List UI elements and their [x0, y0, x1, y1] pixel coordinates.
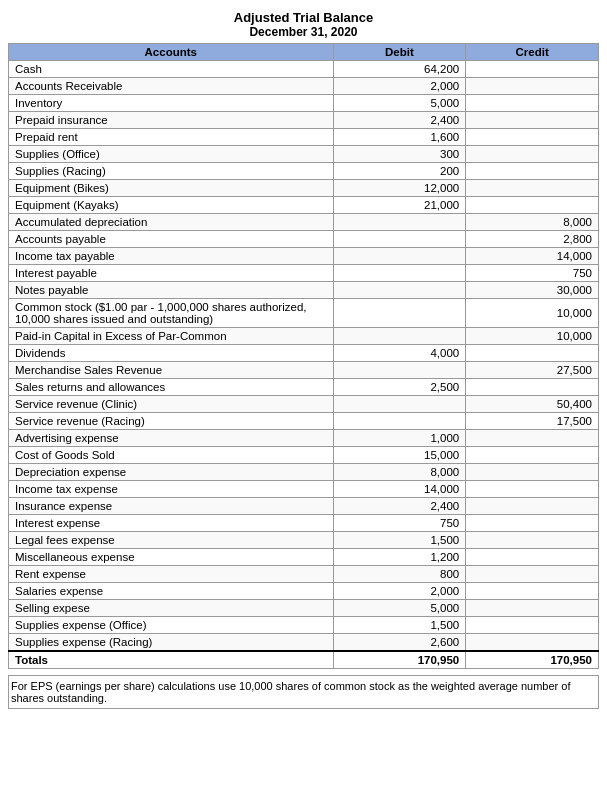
- account-name-cell: Supplies expense (Racing): [9, 634, 334, 652]
- debit-cell: [333, 214, 466, 231]
- account-name-cell: Common stock ($1.00 par - 1,000,000 shar…: [9, 299, 334, 328]
- table-row: Cash64,200: [9, 61, 599, 78]
- table-row: Interest expense750: [9, 515, 599, 532]
- debit-cell: 2,600: [333, 634, 466, 652]
- credit-cell: [466, 61, 599, 78]
- debit-header: Debit: [333, 44, 466, 61]
- debit-cell: 2,400: [333, 112, 466, 129]
- account-name-cell: Depreciation expense: [9, 464, 334, 481]
- debit-cell: 8,000: [333, 464, 466, 481]
- table-row: Supplies expense (Office)1,500: [9, 617, 599, 634]
- totals-debit: 170,950: [333, 651, 466, 669]
- credit-cell: 27,500: [466, 362, 599, 379]
- credit-cell: 50,400: [466, 396, 599, 413]
- account-name-cell: Accounts payable: [9, 231, 334, 248]
- account-name-cell: Prepaid insurance: [9, 112, 334, 129]
- credit-cell: [466, 146, 599, 163]
- debit-cell: [333, 328, 466, 345]
- credit-cell: [466, 634, 599, 652]
- account-name-cell: Prepaid rent: [9, 129, 334, 146]
- table-row: Accumulated depreciation8,000: [9, 214, 599, 231]
- account-name-cell: Miscellaneous expense: [9, 549, 334, 566]
- account-name-cell: Accumulated depreciation: [9, 214, 334, 231]
- debit-cell: 1,500: [333, 532, 466, 549]
- credit-cell: [466, 498, 599, 515]
- account-name-cell: Dividends: [9, 345, 334, 362]
- debit-cell: 12,000: [333, 180, 466, 197]
- table-row: Income tax payable14,000: [9, 248, 599, 265]
- title-section: Adjusted Trial Balance December 31, 2020: [8, 10, 599, 39]
- table-row: Dividends4,000: [9, 345, 599, 362]
- account-name-cell: Paid-in Capital in Excess of Par-Common: [9, 328, 334, 345]
- account-name-cell: Interest payable: [9, 265, 334, 282]
- table-row: Prepaid insurance2,400: [9, 112, 599, 129]
- debit-cell: [333, 248, 466, 265]
- credit-cell: [466, 515, 599, 532]
- credit-cell: 17,500: [466, 413, 599, 430]
- report-title: Adjusted Trial Balance: [8, 10, 599, 25]
- table-row: Inventory5,000: [9, 95, 599, 112]
- table-row: Sales returns and allowances2,500: [9, 379, 599, 396]
- table-row: Equipment (Kayaks)21,000: [9, 197, 599, 214]
- account-name-cell: Selling expese: [9, 600, 334, 617]
- debit-cell: [333, 362, 466, 379]
- credit-cell: 2,800: [466, 231, 599, 248]
- debit-cell: 5,000: [333, 95, 466, 112]
- credit-cell: [466, 112, 599, 129]
- debit-cell: [333, 231, 466, 248]
- account-name-cell: Interest expense: [9, 515, 334, 532]
- credit-cell: [466, 583, 599, 600]
- debit-cell: 2,400: [333, 498, 466, 515]
- account-name-cell: Inventory: [9, 95, 334, 112]
- debit-cell: 2,500: [333, 379, 466, 396]
- account-name-cell: Income tax payable: [9, 248, 334, 265]
- credit-cell: [466, 617, 599, 634]
- account-name-cell: Supplies expense (Office): [9, 617, 334, 634]
- credit-cell: 14,000: [466, 248, 599, 265]
- account-name-cell: Equipment (Bikes): [9, 180, 334, 197]
- table-row: Legal fees expense1,500: [9, 532, 599, 549]
- main-container: Adjusted Trial Balance December 31, 2020…: [0, 0, 607, 719]
- table-row: Paid-in Capital in Excess of Par-Common1…: [9, 328, 599, 345]
- table-row: Supplies (Office)300: [9, 146, 599, 163]
- table-row: Notes payable30,000: [9, 282, 599, 299]
- account-name-cell: Service revenue (Clinic): [9, 396, 334, 413]
- debit-cell: 64,200: [333, 61, 466, 78]
- account-name-cell: Equipment (Kayaks): [9, 197, 334, 214]
- table-row: Merchandise Sales Revenue27,500: [9, 362, 599, 379]
- debit-cell: 300: [333, 146, 466, 163]
- credit-cell: 10,000: [466, 299, 599, 328]
- credit-cell: [466, 129, 599, 146]
- table-row: Service revenue (Racing)17,500: [9, 413, 599, 430]
- debit-cell: 21,000: [333, 197, 466, 214]
- table-row: Miscellaneous expense1,200: [9, 549, 599, 566]
- account-name-cell: Notes payable: [9, 282, 334, 299]
- credit-cell: 10,000: [466, 328, 599, 345]
- debit-cell: 1,200: [333, 549, 466, 566]
- debit-cell: 15,000: [333, 447, 466, 464]
- debit-cell: 2,000: [333, 78, 466, 95]
- account-name-cell: Accounts Receivable: [9, 78, 334, 95]
- report-date: December 31, 2020: [8, 25, 599, 39]
- table-row: Common stock ($1.00 par - 1,000,000 shar…: [9, 299, 599, 328]
- credit-cell: [466, 549, 599, 566]
- debit-cell: [333, 282, 466, 299]
- table-row: Interest payable750: [9, 265, 599, 282]
- account-name-cell: Rent expense: [9, 566, 334, 583]
- debit-cell: 4,000: [333, 345, 466, 362]
- credit-cell: [466, 345, 599, 362]
- credit-cell: [466, 532, 599, 549]
- account-name-cell: Salaries expense: [9, 583, 334, 600]
- debit-cell: 800: [333, 566, 466, 583]
- account-name-cell: Service revenue (Racing): [9, 413, 334, 430]
- account-name-cell: Cash: [9, 61, 334, 78]
- table-row: Accounts payable2,800: [9, 231, 599, 248]
- credit-cell: [466, 197, 599, 214]
- credit-cell: [466, 180, 599, 197]
- trial-balance-table: Accounts Debit Credit Cash64,200Accounts…: [8, 43, 599, 669]
- debit-cell: 750: [333, 515, 466, 532]
- credit-cell: [466, 447, 599, 464]
- account-name-cell: Supplies (Office): [9, 146, 334, 163]
- table-row: Supplies (Racing)200: [9, 163, 599, 180]
- table-row: Equipment (Bikes)12,000: [9, 180, 599, 197]
